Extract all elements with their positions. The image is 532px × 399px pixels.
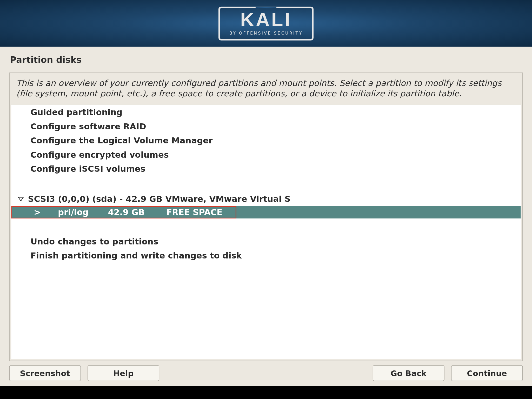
- disk-label: SCSI3 (0,0,0) (sda) - 42.9 GB VMware, VM…: [28, 194, 291, 204]
- main-panel: This is an overview of your currently co…: [9, 72, 523, 361]
- partition-size: 42.9 GB: [108, 207, 167, 217]
- option-label: Configure software RAID: [30, 121, 146, 131]
- continue-button[interactable]: Continue: [451, 365, 523, 381]
- option-configure-lvm[interactable]: Configure the Logical Volume Manager: [11, 134, 521, 148]
- option-configure-raid[interactable]: Configure software RAID: [11, 119, 521, 134]
- disk-row-sda[interactable]: SCSI3 (0,0,0) (sda) - 42.9 GB VMware, VM…: [11, 192, 521, 206]
- step-title: Partition disks: [10, 55, 522, 65]
- kali-logo-text: KALI: [240, 10, 292, 29]
- body: Partition disks This is an overview of y…: [0, 47, 532, 386]
- option-configure-iscsi[interactable]: Configure iSCSI volumes: [11, 162, 521, 176]
- screenshot-button[interactable]: Screenshot: [9, 365, 81, 381]
- partition-label: FREE SPACE: [166, 207, 222, 217]
- highlight-box: > pri/log 42.9 GB FREE SPACE: [11, 206, 236, 218]
- go-back-button[interactable]: Go Back: [373, 365, 444, 381]
- help-button[interactable]: Help: [88, 365, 159, 381]
- option-guided-partitioning[interactable]: Guided partitioning: [11, 105, 521, 119]
- option-configure-encrypted[interactable]: Configure encrypted volumes: [11, 148, 521, 162]
- option-label: Guided partitioning: [30, 107, 122, 117]
- button-bar-right: Go Back Continue: [373, 365, 523, 381]
- header-banner: KALI BY OFFENSIVE SECURITY: [0, 0, 532, 47]
- intro-text: This is an overview of your currently co…: [10, 73, 522, 105]
- option-label: Undo changes to partitions: [30, 236, 158, 247]
- option-finish-partitioning[interactable]: Finish partitioning and write changes to…: [11, 249, 521, 263]
- svg-marker-0: [18, 197, 23, 201]
- option-label: Configure iSCSI volumes: [30, 164, 145, 174]
- spacer: [11, 176, 521, 192]
- option-label: Configure the Logical Volume Manager: [30, 136, 212, 146]
- button-bar-left: Screenshot Help: [9, 365, 159, 381]
- button-label: Help: [113, 369, 134, 378]
- kali-logo-subtitle: BY OFFENSIVE SECURITY: [229, 31, 303, 35]
- partition-row-free-space[interactable]: > pri/log 42.9 GB FREE SPACE: [11, 206, 521, 218]
- button-label: Continue: [467, 369, 507, 378]
- spacer: [11, 218, 521, 234]
- option-label: Configure encrypted volumes: [30, 150, 169, 160]
- button-bar: Screenshot Help Go Back Continue: [9, 361, 523, 382]
- button-label: Screenshot: [20, 369, 70, 378]
- installer-window: KALI BY OFFENSIVE SECURITY Partition dis…: [0, 0, 532, 386]
- partition-type: pri/log: [58, 207, 108, 217]
- chevron-down-icon: [18, 196, 28, 201]
- button-label: Go Back: [391, 369, 427, 378]
- option-undo-changes[interactable]: Undo changes to partitions: [11, 234, 521, 249]
- option-label: Finish partitioning and write changes to…: [30, 251, 242, 261]
- partition-list: Guided partitioning Configure software R…: [11, 105, 521, 359]
- partition-arrow: >: [34, 207, 58, 217]
- kali-logo: KALI BY OFFENSIVE SECURITY: [218, 6, 314, 40]
